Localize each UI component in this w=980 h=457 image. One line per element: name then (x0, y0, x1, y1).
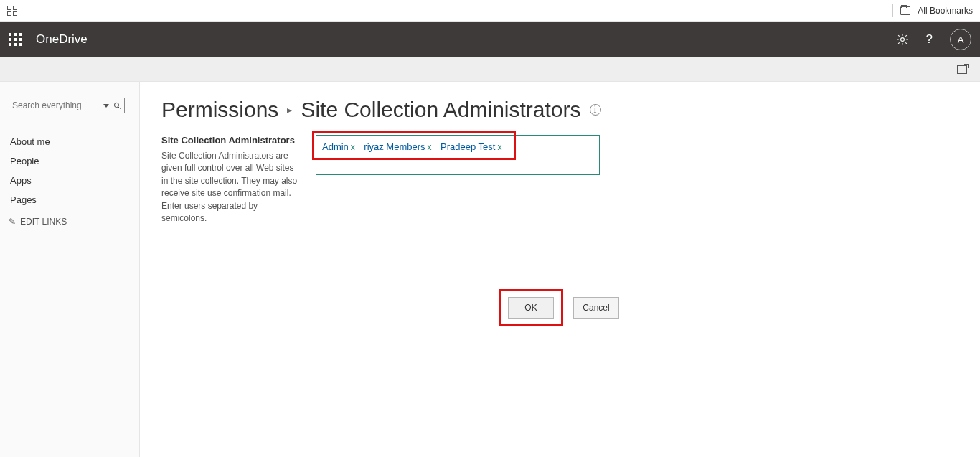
remove-person-icon[interactable]: x (351, 142, 355, 152)
edit-links-label: EDIT LINKS (20, 217, 67, 227)
ok-button[interactable]: OK (508, 297, 554, 319)
person-chip: riyaz Members x (364, 141, 431, 152)
svg-point-1 (114, 103, 118, 107)
svg-point-0 (900, 38, 904, 42)
form-description: Site Collection Administrators are given… (161, 150, 301, 225)
remove-person-icon[interactable]: x (428, 142, 432, 152)
nav-item-people[interactable]: People (9, 151, 132, 171)
body-row: Search everything About me People Apps P… (0, 82, 980, 457)
settings-icon[interactable] (896, 33, 909, 46)
folder-icon (900, 6, 910, 15)
nav-item-apps[interactable]: Apps (9, 171, 132, 190)
page-title: Permissions ▸ Site Collection Administra… (161, 98, 958, 122)
button-row: OK Cancel (499, 289, 958, 326)
person-link[interactable]: Admin (322, 141, 349, 152)
all-bookmarks-link[interactable]: All Bookmarks (918, 6, 973, 16)
admin-form-row: Site Collection Administrators Site Coll… (161, 135, 958, 225)
edit-links[interactable]: ✎ EDIT LINKS (9, 217, 132, 227)
search-icon[interactable] (113, 102, 121, 110)
highlight-ok-box: OK (499, 289, 563, 326)
chrome-right: All Bookmarks (892, 4, 973, 17)
help-icon[interactable]: ? (926, 32, 933, 47)
suite-bar: OneDrive ? A (0, 22, 980, 57)
person-link[interactable]: riyaz Members (364, 141, 425, 152)
person-chip: Admin x (322, 141, 355, 152)
cancel-button[interactable]: Cancel (573, 297, 619, 319)
avatar[interactable]: A (950, 29, 971, 50)
person-chip: Pradeep Test x (440, 141, 501, 152)
ribbon-bar (0, 57, 980, 82)
avatar-initial: A (958, 34, 964, 45)
left-nav: Search everything About me People Apps P… (0, 82, 140, 457)
search-box[interactable]: Search everything (9, 98, 125, 113)
remove-person-icon[interactable]: x (497, 142, 501, 152)
app-name[interactable]: OneDrive (36, 32, 88, 47)
nav-list: About me People Apps Pages (9, 132, 132, 209)
info-icon[interactable]: i (590, 104, 601, 116)
form-label-column: Site Collection Administrators Site Coll… (161, 135, 301, 225)
suite-left: OneDrive (9, 32, 88, 47)
search-scope-caret-icon[interactable] (103, 104, 109, 108)
page-heading: Site Collection Administrators (301, 98, 580, 122)
pencil-icon: ✎ (9, 217, 16, 227)
main-content: Permissions ▸ Site Collection Administra… (140, 82, 980, 457)
form-label: Site Collection Administrators (161, 135, 301, 146)
app-launcher-icon[interactable] (9, 33, 22, 46)
breadcrumb-root[interactable]: Permissions (161, 98, 278, 122)
people-picker-input[interactable]: Admin x riyaz Members x Pradeep Test x (316, 135, 600, 175)
breadcrumb-separator-icon: ▸ (287, 104, 292, 116)
nav-item-about-me[interactable]: About me (9, 132, 132, 151)
nav-item-pages[interactable]: Pages (9, 190, 132, 209)
svg-line-2 (118, 106, 121, 108)
browser-chrome-bar: All Bookmarks (0, 0, 980, 22)
search-placeholder: Search everything (12, 100, 103, 110)
suite-right: ? A (896, 29, 971, 50)
person-link[interactable]: Pradeep Test (440, 141, 495, 152)
chrome-left (7, 6, 17, 16)
apps-grid-icon[interactable] (7, 6, 17, 16)
focus-content-icon[interactable] (957, 65, 967, 74)
people-picker-wrapper: Admin x riyaz Members x Pradeep Test x (316, 135, 600, 225)
chrome-separator (892, 4, 893, 17)
